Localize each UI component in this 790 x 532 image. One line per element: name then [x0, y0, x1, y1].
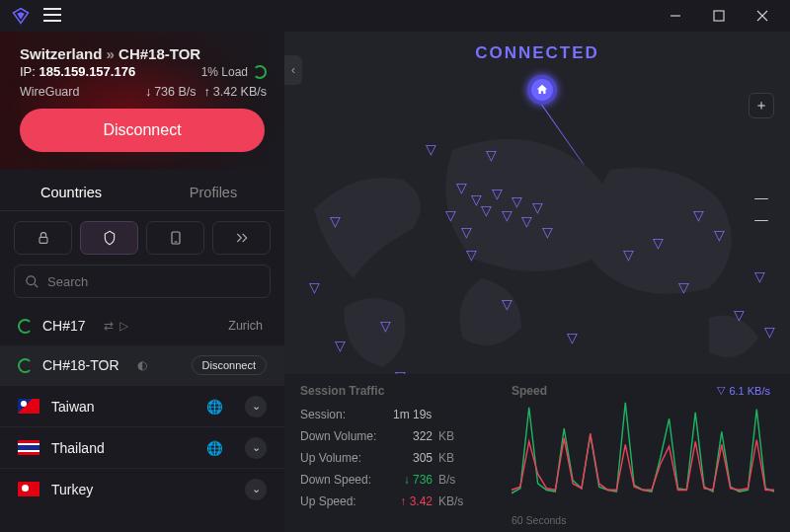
search-input[interactable]	[47, 274, 260, 289]
minimize-button[interactable]	[654, 0, 697, 32]
search-input-wrap[interactable]	[14, 265, 271, 298]
map-pin[interactable]: ▽	[623, 247, 634, 263]
collapse-sidebar-button[interactable]: ‹	[284, 55, 302, 85]
map-pin[interactable]: ▽	[380, 318, 391, 334]
disconnect-button[interactable]: Disconnect	[20, 109, 265, 152]
session-traffic-header: Session Traffic	[300, 384, 496, 398]
map-pin[interactable]: ▽	[532, 199, 543, 215]
map-pin[interactable]: ▽	[461, 224, 472, 240]
protocol-label: WireGuard	[20, 85, 79, 99]
map-pin[interactable]: ▽	[309, 279, 320, 295]
map-pin[interactable]: ▽	[764, 324, 775, 340]
map-pin[interactable]: ▽	[542, 224, 553, 240]
search-icon	[25, 274, 40, 289]
map-pin[interactable]: ▽	[754, 268, 765, 284]
server-load-icon	[18, 319, 33, 334]
map-pin[interactable]: ▽	[330, 213, 341, 229]
map-pin[interactable]: ▽	[466, 247, 477, 263]
session-duration: 1m 19s	[393, 408, 468, 421]
flag-taiwan-icon	[18, 399, 40, 414]
chevron-down-icon[interactable]: ⌄	[245, 396, 267, 418]
map-pin[interactable]: ▽	[426, 141, 436, 157]
hamburger-menu-icon[interactable]	[43, 8, 61, 25]
map-pin[interactable]: ▽	[486, 147, 497, 163]
flag-thailand-icon	[18, 440, 40, 455]
map-pin[interactable]: ▽	[492, 186, 503, 201]
filter-tor[interactable]	[80, 221, 138, 255]
server-row-ch18[interactable]: CH#18-TOR ◐ Disconnect	[0, 345, 284, 385]
filter-secure-core[interactable]	[14, 221, 72, 255]
svg-point-5	[27, 275, 36, 284]
chevron-down-icon[interactable]: ⌄	[245, 437, 267, 459]
map-pin[interactable]: ▽	[481, 202, 492, 218]
tab-countries[interactable]: Countries	[0, 174, 142, 210]
home-location-marker[interactable]	[527, 75, 557, 105]
svg-rect-3	[40, 237, 47, 243]
map-pin[interactable]: ▽	[734, 307, 745, 323]
header-rates: 736 B/s 3.42 KB/s	[145, 85, 267, 99]
row-disconnect-button[interactable]: Disconnect	[192, 355, 267, 375]
ip-address: IP: 185.159.157.176	[20, 64, 135, 79]
map-pin[interactable]: ▽	[512, 193, 522, 209]
map-pin[interactable]: ▽	[456, 180, 467, 195]
map-pin[interactable]: ▽	[502, 207, 513, 223]
down-speed: ↓ 736	[393, 473, 433, 487]
map-pin[interactable]: ▽	[502, 296, 513, 312]
up-speed: ↑ 3.42	[393, 494, 433, 508]
country-row-taiwan[interactable]: Taiwan 🌐 ⌄	[0, 385, 284, 426]
filter-p2p[interactable]	[146, 221, 204, 255]
refresh-icon: ⇄	[104, 319, 114, 333]
location-line: Switzerland » CH#18-TOR	[20, 45, 267, 62]
tab-profiles[interactable]: Profiles	[142, 174, 284, 210]
tor-icon: ◐	[137, 358, 147, 372]
server-load: 1% Load	[201, 65, 267, 79]
chevron-down-icon[interactable]: ⌄	[245, 479, 267, 500]
maximize-button[interactable]	[697, 0, 741, 32]
flag-turkey-icon	[18, 482, 40, 496]
play-icon: ▷	[119, 319, 128, 333]
server-city: Zurich	[228, 319, 263, 333]
speed-chart: Speed ▽6.1 KB/s 60 Seconds	[512, 374, 790, 532]
map-pin[interactable]: ▽	[521, 213, 532, 229]
world-map[interactable]: ▽ ▽ ▽ ▽ ▽ ▽ ▽ ▽ ▽ ▽ ▽ ▽ ▽ ▽ ▽ ▽ ▽ ▽ ▽ ▽ …	[284, 111, 790, 387]
map-pin[interactable]: ▽	[567, 330, 578, 345]
filter-streaming[interactable]	[212, 221, 271, 255]
map-pin[interactable]: ▽	[445, 207, 456, 223]
up-volume: 305	[393, 451, 433, 465]
globe-icon: 🌐	[206, 440, 223, 456]
svg-rect-2	[714, 11, 724, 21]
globe-icon: 🌐	[206, 399, 223, 415]
map-pin[interactable]: ▽	[678, 279, 689, 295]
connection-status: CONNECTED	[284, 32, 790, 63]
country-row-thailand[interactable]: Thailand 🌐 ⌄	[0, 426, 284, 468]
server-load-icon	[18, 358, 33, 373]
close-button[interactable]	[741, 0, 784, 32]
server-row-ch17[interactable]: CH#17 ⇄▷ Zurich	[0, 306, 284, 345]
map-pin[interactable]: ▽	[335, 338, 346, 353]
map-pin[interactable]: ▽	[714, 227, 725, 243]
down-volume: 322	[393, 429, 433, 443]
app-logo-icon	[12, 7, 30, 25]
map-pin[interactable]: ▽	[693, 207, 704, 223]
country-row-turkey[interactable]: Turkey ⌄	[0, 468, 284, 509]
map-pin[interactable]: ▽	[653, 235, 664, 251]
